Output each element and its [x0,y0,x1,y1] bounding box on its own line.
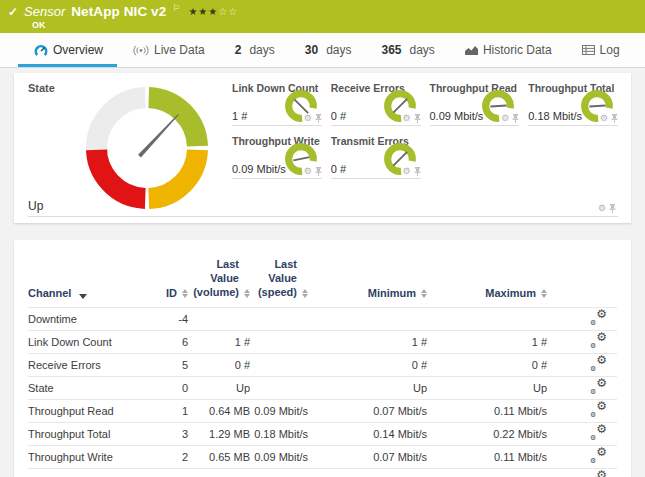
gear-icon: ⚙ [590,388,596,395]
tab-label[interactable]: Live Data [154,43,205,57]
channel-settings-icon[interactable]: ⚙ ⚙ [590,335,607,348]
channel-id-cell: 5 [150,354,188,377]
tab-30-days[interactable]: 30days [305,33,352,67]
channel-settings-icon[interactable]: ⚙ ⚙ [590,358,607,371]
col-header-label[interactable]: Maximum [485,287,536,299]
live-data-icon [133,45,149,56]
state-value: Up [28,199,43,213]
channel-id-cell: 1 [150,400,188,423]
col-header-label[interactable]: Last Value [268,258,297,284]
last-value-speed-cell: 0.09 Mbit/s [250,446,308,469]
stars-empty[interactable]: ☆☆ [218,6,238,17]
tab-label[interactable]: days [249,43,274,57]
col-header-label[interactable]: ID [166,287,177,299]
minimum-cell: 0 # [308,354,427,377]
tab-label[interactable]: days [326,43,351,57]
gear-icon[interactable]: ⚙ [402,167,410,176]
col-header-label[interactable]: (volume) [193,286,239,298]
col-header-label[interactable]: (speed) [258,286,297,298]
state-gauge[interactable] [84,85,210,211]
tab-overview[interactable]: Overview [34,33,103,67]
stars-filled[interactable]: ★★★ [188,6,218,17]
cell-icons: ⚙ [402,167,420,176]
pin-icon[interactable] [609,204,616,213]
col-header-id[interactable]: ID [150,252,188,308]
channel-id-cell: 0 [150,377,188,400]
gear-icon: ⚙ [596,423,607,435]
gauge-throughput-total[interactable]: Throughput Total 0.18 Mbit/s ⚙ [528,79,618,126]
tab-number[interactable]: 365 [381,43,401,57]
historic-chart-icon [465,45,478,56]
channel-name-cell: Transmit Errors [28,469,150,477]
mini-gauge-value: 0.09 Mbit/s [430,110,484,122]
gear-icon[interactable]: ⚙ [598,204,606,213]
gear-icon: ⚙ [590,411,596,418]
col-header-label[interactable]: Channel [28,287,71,299]
pin-icon[interactable] [315,114,322,123]
tab-label[interactable]: Log [600,43,620,57]
gauge-link-down-count[interactable]: Link Down Count 1 # ⚙ [232,79,322,126]
tab-label[interactable]: days [410,43,435,57]
gauge-receive-errors[interactable]: Receive Errors 0 # ⚙ [331,79,421,126]
tab-historic-data[interactable]: Historic Data [465,33,552,67]
tab-number[interactable]: 2 [235,43,242,57]
gear-icon[interactable]: ⚙ [402,114,410,123]
maximum-cell [427,308,547,331]
col-header-last-value-volume[interactable]: Last Value(volume) [188,252,250,308]
col-header-label[interactable]: Last Value [210,258,239,284]
gauge-needle [393,152,407,166]
last-value-volume-cell [188,308,250,331]
pin-icon[interactable] [414,167,421,176]
gauge-needle [393,99,407,113]
channel-settings-icon[interactable]: ⚙ ⚙ [590,473,607,477]
minimum-cell: 0.07 Mbit/s [308,446,427,469]
pin-icon[interactable] [414,114,421,123]
gear-icon: ⚙ [590,434,596,441]
channel-actions-cell: ⚙ ⚙ [547,354,617,377]
mini-gauge-grid: Link Down Count 1 # ⚙ Receive Errors 0 # [232,79,618,179]
last-value-volume-cell: 0 # [188,469,250,477]
col-header-minimum[interactable]: Minimum [308,252,427,308]
channel-settings-icon[interactable]: ⚙ ⚙ [590,312,607,325]
col-header-label[interactable]: Minimum [368,287,416,299]
minimum-cell: 0 # [308,469,427,477]
status-ok-check-icon: ✓ [8,5,18,19]
pin-icon[interactable] [512,114,519,123]
tab-label[interactable]: Overview [53,43,103,57]
priority-stars[interactable]: ★★★☆☆ [188,6,238,17]
channel-settings-icon[interactable]: ⚙ ⚙ [590,427,607,440]
col-header-channel[interactable]: Channel [28,252,150,308]
last-value-volume-cell: Up [188,377,250,400]
col-header-maximum[interactable]: Maximum [427,252,547,308]
gear-icon[interactable]: ⚙ [600,114,608,123]
tab-2-days[interactable]: 2days [235,33,275,67]
channel-table-panel: Channel ID Last Value(volume) Last Value… [14,240,631,477]
last-value-volume-cell: 0.64 MB [188,400,250,423]
gauge-throughput-write[interactable]: Throughput Write 0.09 Mbit/s ⚙ [232,132,322,179]
channel-id-cell: 6 [150,331,188,354]
pin-icon[interactable] [611,114,618,123]
tab-label[interactable]: Historic Data [483,43,552,57]
gear-icon[interactable]: ⚙ [304,167,312,176]
tab-365-days[interactable]: 365days [381,33,434,67]
pin-icon[interactable] [315,167,322,176]
channel-id-cell: -4 [150,308,188,331]
gauge-throughput-read[interactable]: Throughput Read 0.09 Mbit/s ⚙ [430,79,520,126]
gear-icon: ⚙ [596,377,607,389]
channel-settings-icon[interactable]: ⚙ ⚙ [590,404,607,417]
last-value-volume-cell: 0.65 MB [188,446,250,469]
tab-number[interactable]: 30 [305,43,318,57]
gauge-transmit-errors[interactable]: Transmit Errors 0 # ⚙ [331,132,421,179]
channel-settings-icon[interactable]: ⚙ ⚙ [590,381,607,394]
last-value-speed-cell [250,308,308,331]
channel-settings-icon[interactable]: ⚙ ⚙ [590,450,607,463]
gear-icon[interactable]: ⚙ [501,114,509,123]
gear-icon[interactable]: ⚙ [304,114,312,123]
priority-flag-icon[interactable]: ⚐ [172,3,180,13]
sort-desc-icon [79,294,87,299]
tab-log[interactable]: Log [582,33,620,67]
col-header-last-value-speed[interactable]: Last Value(speed) [250,252,308,308]
maximum-cell: 0.22 Mbit/s [427,423,547,446]
tab-live-data[interactable]: Live Data [133,33,205,67]
gear-icon: ⚙ [590,457,596,464]
